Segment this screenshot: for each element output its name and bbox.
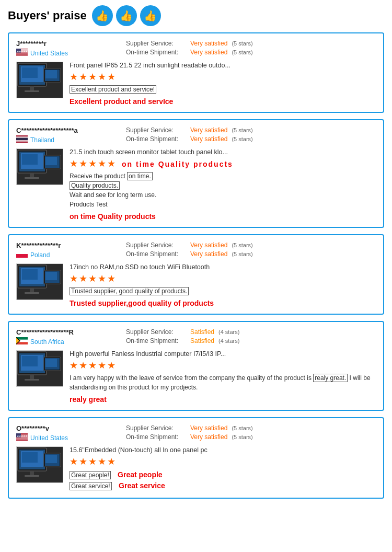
review-text: Trusted supplier, good quality of produc… [70,286,376,296]
reviewer-country: ★★★★★★ United States [16,49,110,58]
ratings-info: Supplier Service: Very satisfied (5 star… [126,242,376,259]
svg-rect-57 [30,375,34,379]
supplier-service-label: Supplier Service: [126,424,186,432]
svg-rect-56 [22,356,38,366]
svg-rect-47 [45,272,57,280]
supplier-service-stars: (5 stars) [232,425,252,431]
ontime-stars: (4 stars) [218,338,239,344]
supplier-service-label: Supplier Service: [126,328,186,336]
reviewer-name: K**************r [16,242,110,249]
ontime-value: Very satisfied [190,49,227,56]
review-text: Receive the product on time. Quality pro… [70,171,376,209]
svg-rect-20 [25,90,39,92]
review-summary: realy great [70,395,376,404]
product-section: 15.6"Embedded (Non-touch) all In one pan… [16,446,376,491]
product-details: High powerful Fanless Industrial compute… [70,350,376,404]
svg-rect-36 [45,157,57,165]
svg-rect-43 [30,288,34,292]
highlight-ontime: on time. [127,172,153,180]
highlight-realy-great: realy great. [313,374,348,382]
ontime-row: On-time Shipment: Satisfied (4 stars) [126,337,376,344]
product-details: Front panel IP65 21.5 22 inch sunlight r… [70,62,376,106]
review-text: Excellent product and service! [70,85,376,94]
svg-rect-38 [16,254,28,258]
product-title: 15.6"Embedded (Non-touch) all In one pan… [70,446,376,454]
supplier-service-stars: (4 stars) [218,329,239,335]
country-label: United States [30,434,68,442]
supplier-service-row: Supplier Service: Very satisfied (5 star… [126,424,376,432]
svg-rect-71 [16,439,28,439]
reviewer-name: O*********v [16,424,110,432]
review-card-4: C******************R South Africa Suppli… [8,321,384,411]
product-section: High powerful Fanless Industrial compute… [16,350,376,404]
supplier-service-stars: (5 stars) [232,127,252,133]
svg-rect-23 [45,70,57,78]
svg-rect-18 [22,67,38,78]
svg-rect-9 [16,54,28,54]
star-rating: ★★★★★ [70,360,376,371]
thumbs-icon-2: 👍 [116,5,137,26]
country-label: South Africa [30,338,64,346]
country-label: United States [30,50,68,57]
product-image [16,263,63,300]
reviewer-row: J*********r ★★★★★★ United States [16,40,376,58]
supplier-service-stars: (5 stars) [232,40,252,47]
highlight-phrase: Trusted supplier, good quality of produc… [70,287,189,295]
product-image [16,350,63,387]
svg-rect-82 [25,475,39,477]
flag-icon: ★★★★★★ [16,49,28,58]
product-title: High powerful Fanless Industrial compute… [70,350,376,358]
review-summary: Trusted supplier,good quality of product… [70,299,376,307]
svg-rect-11 [16,55,28,55]
reviewer-country: South Africa [16,337,110,346]
svg-rect-8 [16,53,28,54]
reviewer-row: O*********v ★★★★★★ United States [16,424,376,442]
reviewer-info: K**************r Poland [16,242,110,259]
ontime-stars: (5 stars) [232,434,252,440]
reviewer-info: O*********v ★★★★★★ United States [16,424,110,442]
reviewer-country: Poland [16,250,110,259]
flag-icon [16,135,28,144]
highlight-great-people: Great people! [70,471,111,479]
ontime-stars: (5 stars) [232,251,252,257]
reviewer-name: C******************R [16,328,110,336]
reviewer-row: C******************R South Africa Suppli… [16,328,376,346]
review-text: I am very happy with the leave of servic… [70,373,376,392]
product-title: 17inch no RAM,no SSD no touch WiFi Bluet… [70,263,376,271]
review-summary-inline: on time Quality products [122,160,233,168]
ontime-row: On-time Shipment: Very satisfied (5 star… [126,250,376,258]
reviewer-name: J*********r [16,40,110,48]
product-details: 15.6"Embedded (Non-touch) all In one pan… [70,446,376,491]
svg-rect-72 [16,439,28,440]
ontime-stars: (5 stars) [232,136,252,142]
star-rating: ★★★★★on time Quality products [70,158,376,169]
ontime-row: On-time Shipment: Very satisfied (5 star… [126,135,376,143]
reviewer-row: C********************a Thailand Supplier… [16,126,376,144]
supplier-service-label: Supplier Service: [126,40,186,47]
supplier-service-label: Supplier Service: [126,126,186,134]
ontime-row: On-time Shipment: Very satisfied (5 star… [126,49,376,56]
svg-rect-12 [16,55,28,56]
supplier-service-value: Very satisfied [190,424,227,432]
product-details: 17inch no RAM,no SSD no touch WiFi Bluet… [70,263,376,307]
product-section: Front panel IP65 21.5 22 inch sunlight r… [16,62,376,106]
page-title: Buyers' praise [8,9,87,22]
supplier-service-stars: (5 stars) [232,242,252,248]
ontime-label: On-time Shipment: [126,337,186,344]
supplier-service-row: Supplier Service: Very satisfied (5 star… [126,40,376,47]
svg-text:★★★★★★: ★★★★★★ [17,50,28,53]
reviewer-country: Thailand [16,135,110,144]
product-image [16,62,63,98]
ratings-info: Supplier Service: Satisfied (4 stars) On… [126,328,376,346]
reviewer-info: J*********r ★★★★★★ United States [16,40,110,58]
product-image [16,148,63,185]
flag-icon: ★★★★★★ [16,433,28,442]
svg-rect-81 [30,471,34,475]
star-rating: ★★★★★ [70,456,376,467]
product-details: 21.5 inch touch screen monitor tablet to… [70,148,376,221]
svg-rect-61 [45,359,57,367]
review-card-1: J*********r ★★★★★★ United States [8,32,384,113]
star-rating: ★★★★★ [70,273,376,284]
ratings-info: Supplier Service: Very satisfied (5 star… [126,126,376,144]
highlight-phrase: Excellent product and service! [70,85,156,94]
